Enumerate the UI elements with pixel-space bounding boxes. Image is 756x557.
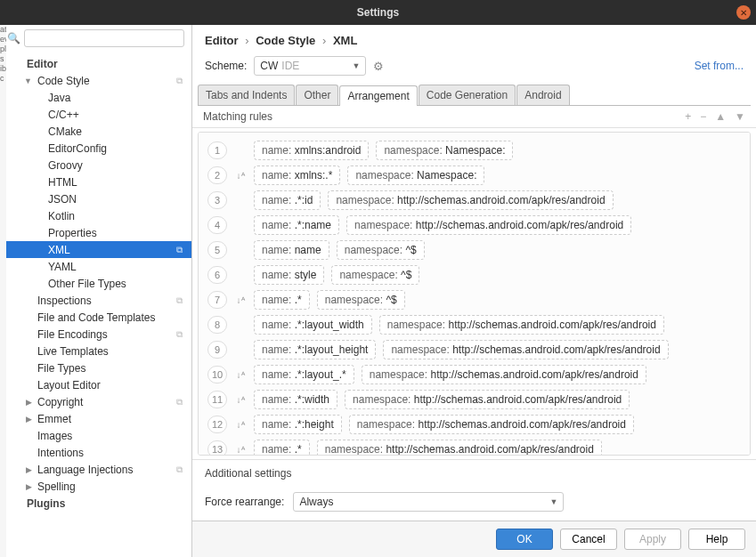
name-chip[interactable]: name: .*:layout_width: [254, 315, 372, 335]
settings-tree[interactable]: Editor▼Code Style⧉JavaC/C++CMakeEditorCo…: [0, 52, 191, 557]
rule-row[interactable]: 6name: stylenamespace: ^$: [207, 262, 741, 287]
name-chip[interactable]: name: .*:id: [254, 190, 321, 210]
tree-item-file-and-code-templates[interactable]: File and Code Templates: [0, 309, 191, 326]
tree-item-label: C/C++: [48, 109, 79, 121]
add-rule-button[interactable]: +: [685, 110, 691, 123]
tree-item-label: Properties: [48, 227, 97, 239]
expand-arrow-icon[interactable]: ▶: [23, 482, 32, 491]
remove-rule-button[interactable]: −: [700, 110, 706, 123]
name-chip[interactable]: name: name: [254, 240, 329, 260]
tree-item-spelling[interactable]: ▶Spelling: [0, 478, 191, 495]
rule-row[interactable]: 7↓ᴬname: .*namespace: ^$: [207, 287, 741, 312]
tree-item-yaml[interactable]: YAML: [0, 258, 191, 275]
tab-other[interactable]: Other: [296, 85, 338, 105]
rule-row[interactable]: 9name: .*:layout_heightnamespace: http:/…: [207, 337, 741, 362]
rule-row[interactable]: 8name: .*:layout_widthnamespace: http://…: [207, 312, 741, 337]
namespace-chip[interactable]: namespace: http://schemas.android.com/ap…: [345, 390, 630, 409]
tree-item-copyright[interactable]: ▶Copyright⧉: [0, 393, 191, 410]
namespace-chip[interactable]: namespace: Namespace:: [376, 141, 513, 160]
force-rearrange-select[interactable]: Always ▼: [293, 492, 564, 512]
rule-row[interactable]: 10↓ᴬname: .*:layout_.*namespace: http://…: [207, 362, 741, 387]
name-chip[interactable]: name: .*:width: [254, 390, 337, 409]
tree-item-c-c-[interactable]: C/C++: [0, 106, 191, 123]
tree-item-kotlin[interactable]: Kotlin: [0, 207, 191, 224]
tree-item-intentions[interactable]: Intentions: [0, 444, 191, 461]
rule-number: 2: [207, 166, 227, 184]
tree-item-file-types[interactable]: File Types: [0, 359, 191, 376]
ok-button[interactable]: OK: [496, 529, 553, 550]
tree-item-label: JSON: [48, 193, 77, 206]
move-up-button[interactable]: ▲: [715, 110, 726, 123]
tree-item-code-style[interactable]: ▼Code Style⧉: [0, 72, 191, 89]
tab-arrangement[interactable]: Arrangement: [339, 85, 417, 106]
rule-row[interactable]: 4name: .*:namenamespace: http://schemas.…: [207, 213, 741, 238]
namespace-chip[interactable]: namespace: http://schemas.android.com/ap…: [349, 415, 634, 434]
name-chip[interactable]: name: xmlns:android: [254, 141, 369, 160]
search-input[interactable]: [24, 29, 184, 47]
tree-item-inspections[interactable]: Inspections⧉: [0, 292, 191, 309]
namespace-chip[interactable]: namespace: ^$: [337, 240, 425, 260]
rule-row[interactable]: 5name: namenamespace: ^$: [207, 238, 741, 262]
namespace-chip[interactable]: namespace: http://schemas.android.com/ap…: [383, 340, 668, 359]
tree-item-language-injections[interactable]: ▶Language Injections⧉: [0, 461, 191, 478]
tab-tabs-and-indents[interactable]: Tabs and Indents: [198, 85, 295, 105]
rule-row[interactable]: 1name: xmlns:androidnamespace: Namespace…: [207, 138, 741, 163]
crumb-editor[interactable]: Editor: [205, 34, 239, 47]
tree-item-editorconfig[interactable]: EditorConfig: [0, 140, 191, 157]
tree-item-groovy[interactable]: Groovy: [0, 157, 191, 174]
crumb-codestyle[interactable]: Code Style: [256, 34, 315, 47]
namespace-chip[interactable]: namespace: Namespace:: [347, 165, 484, 185]
expand-arrow-icon[interactable]: ▼: [23, 77, 32, 85]
tree-item-html[interactable]: HTML: [0, 174, 191, 190]
cancel-button[interactable]: Cancel: [560, 529, 617, 550]
name-chip[interactable]: name: style: [254, 265, 324, 285]
name-chip[interactable]: name: .*:layout_.*: [254, 365, 354, 384]
tree-item-layout-editor[interactable]: Layout Editor: [0, 376, 191, 393]
move-down-button[interactable]: ▼: [735, 110, 745, 123]
namespace-chip[interactable]: namespace: http://schemas.android.com/ap…: [317, 440, 602, 456]
gear-icon[interactable]: ⚙: [373, 60, 384, 73]
namespace-chip[interactable]: namespace: http://schemas.android.com/ap…: [328, 190, 613, 210]
rule-row[interactable]: 3name: .*:idnamespace: http://schemas.an…: [207, 188, 741, 213]
scheme-select[interactable]: CW IDE ▼: [254, 56, 366, 76]
rule-number: 8: [207, 316, 227, 334]
expand-arrow-icon[interactable]: ▶: [23, 398, 32, 407]
name-chip[interactable]: name: .*:layout_height: [254, 340, 376, 359]
rule-row[interactable]: 11↓ᴬname: .*:widthnamespace: http://sche…: [207, 387, 741, 412]
expand-arrow-icon[interactable]: ▶: [23, 415, 32, 424]
name-chip[interactable]: name: .*:name: [254, 215, 339, 235]
set-from-link[interactable]: Set from...: [695, 60, 744, 72]
rule-row[interactable]: 13↓ᴬname: .*namespace: http://schemas.an…: [207, 437, 741, 456]
namespace-chip[interactable]: namespace: ^$: [331, 265, 419, 285]
namespace-chip[interactable]: namespace: http://schemas.android.com/ap…: [362, 365, 646, 384]
rule-number: 4: [207, 216, 227, 234]
expand-arrow-icon[interactable]: ▶: [23, 465, 32, 474]
namespace-chip[interactable]: namespace: http://schemas.android.com/ap…: [346, 215, 631, 235]
tab-android[interactable]: Android: [516, 85, 569, 105]
help-button[interactable]: Help: [688, 529, 745, 550]
namespace-chip[interactable]: namespace: http://schemas.android.com/ap…: [379, 315, 664, 335]
tree-item-file-encodings[interactable]: File Encodings⧉: [0, 326, 191, 343]
close-button[interactable]: ✕: [736, 5, 751, 20]
namespace-chip[interactable]: namespace: ^$: [317, 290, 405, 310]
tree-item-cmake[interactable]: CMake: [0, 123, 191, 140]
rules-list[interactable]: 1name: xmlns:androidnamespace: Namespace…: [198, 132, 751, 456]
tree-item-json[interactable]: JSON: [0, 190, 191, 207]
name-chip[interactable]: name: .*:height: [254, 415, 342, 434]
rule-row[interactable]: 12↓ᴬname: .*:heightnamespace: http://sch…: [207, 412, 741, 437]
tree-item-emmet[interactable]: ▶Emmet: [0, 410, 191, 427]
tree-item-live-templates[interactable]: Live Templates: [0, 343, 191, 359]
name-chip[interactable]: name: xmlns:.*: [254, 165, 340, 185]
apply-button[interactable]: Apply: [624, 529, 681, 550]
name-chip[interactable]: name: .*: [254, 290, 310, 310]
tree-item-java[interactable]: Java: [0, 89, 191, 106]
tab-code-generation[interactable]: Code Generation: [419, 85, 516, 105]
tree-item-other-file-types[interactable]: Other File Types: [0, 275, 191, 292]
tree-item-xml[interactable]: XML⧉: [0, 241, 191, 258]
tree-item-properties[interactable]: Properties: [0, 224, 191, 241]
tree-item-images[interactable]: Images: [0, 427, 191, 444]
rule-row[interactable]: 2↓ᴬname: xmlns:.*namespace: Namespace:: [207, 163, 741, 188]
tree-item-plugins[interactable]: Plugins: [0, 495, 191, 512]
name-chip[interactable]: name: .*: [254, 440, 310, 456]
tree-item-editor[interactable]: Editor: [0, 55, 191, 72]
